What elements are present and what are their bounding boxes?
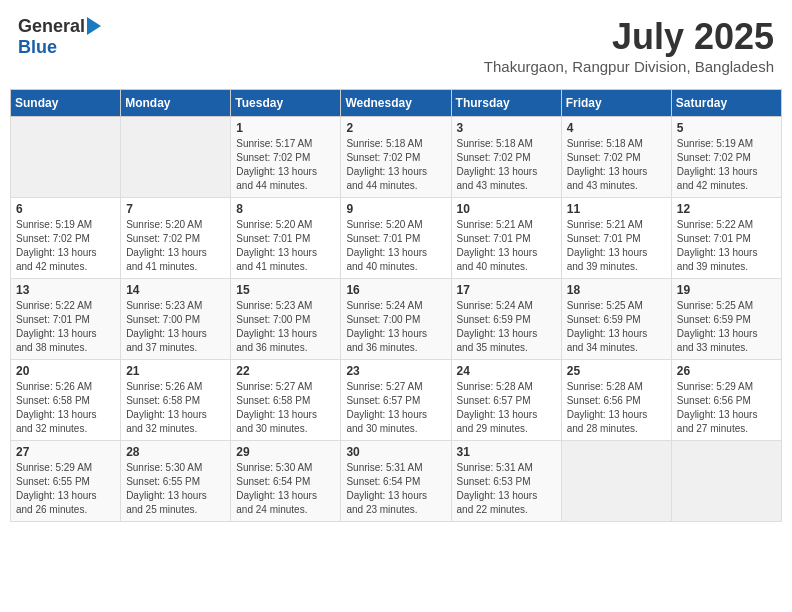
calendar-cell: 29Sunrise: 5:30 AMSunset: 6:54 PMDayligh… (231, 441, 341, 522)
day-detail: Sunrise: 5:25 AMSunset: 6:59 PMDaylight:… (567, 299, 666, 355)
day-number: 22 (236, 364, 335, 378)
calendar-cell: 26Sunrise: 5:29 AMSunset: 6:56 PMDayligh… (671, 360, 781, 441)
day-detail: Sunrise: 5:21 AMSunset: 7:01 PMDaylight:… (567, 218, 666, 274)
calendar-cell: 30Sunrise: 5:31 AMSunset: 6:54 PMDayligh… (341, 441, 451, 522)
calendar-table: SundayMondayTuesdayWednesdayThursdayFrid… (10, 89, 782, 522)
calendar-cell (11, 117, 121, 198)
day-detail: Sunrise: 5:30 AMSunset: 6:55 PMDaylight:… (126, 461, 225, 517)
weekday-header-wednesday: Wednesday (341, 90, 451, 117)
day-number: 30 (346, 445, 445, 459)
month-title: July 2025 (484, 16, 774, 58)
day-number: 21 (126, 364, 225, 378)
day-detail: Sunrise: 5:21 AMSunset: 7:01 PMDaylight:… (457, 218, 556, 274)
calendar-cell: 23Sunrise: 5:27 AMSunset: 6:57 PMDayligh… (341, 360, 451, 441)
day-detail: Sunrise: 5:26 AMSunset: 6:58 PMDaylight:… (126, 380, 225, 436)
calendar-week-3: 13Sunrise: 5:22 AMSunset: 7:01 PMDayligh… (11, 279, 782, 360)
calendar-cell: 31Sunrise: 5:31 AMSunset: 6:53 PMDayligh… (451, 441, 561, 522)
day-number: 12 (677, 202, 776, 216)
day-number: 31 (457, 445, 556, 459)
weekday-header-friday: Friday (561, 90, 671, 117)
day-number: 15 (236, 283, 335, 297)
calendar-cell: 21Sunrise: 5:26 AMSunset: 6:58 PMDayligh… (121, 360, 231, 441)
calendar-cell (671, 441, 781, 522)
day-number: 28 (126, 445, 225, 459)
day-detail: Sunrise: 5:24 AMSunset: 6:59 PMDaylight:… (457, 299, 556, 355)
calendar-cell: 13Sunrise: 5:22 AMSunset: 7:01 PMDayligh… (11, 279, 121, 360)
day-number: 11 (567, 202, 666, 216)
day-detail: Sunrise: 5:24 AMSunset: 7:00 PMDaylight:… (346, 299, 445, 355)
calendar-cell: 15Sunrise: 5:23 AMSunset: 7:00 PMDayligh… (231, 279, 341, 360)
calendar-cell: 4Sunrise: 5:18 AMSunset: 7:02 PMDaylight… (561, 117, 671, 198)
calendar-cell: 8Sunrise: 5:20 AMSunset: 7:01 PMDaylight… (231, 198, 341, 279)
weekday-header-thursday: Thursday (451, 90, 561, 117)
logo: General Blue (18, 16, 101, 58)
weekday-header-sunday: Sunday (11, 90, 121, 117)
day-number: 3 (457, 121, 556, 135)
day-number: 23 (346, 364, 445, 378)
day-detail: Sunrise: 5:20 AMSunset: 7:01 PMDaylight:… (236, 218, 335, 274)
calendar-cell: 22Sunrise: 5:27 AMSunset: 6:58 PMDayligh… (231, 360, 341, 441)
page-header: General Blue July 2025 Thakurgaon, Rangp… (10, 10, 782, 81)
day-number: 2 (346, 121, 445, 135)
day-number: 29 (236, 445, 335, 459)
calendar-cell: 5Sunrise: 5:19 AMSunset: 7:02 PMDaylight… (671, 117, 781, 198)
day-detail: Sunrise: 5:26 AMSunset: 6:58 PMDaylight:… (16, 380, 115, 436)
day-number: 7 (126, 202, 225, 216)
calendar-cell (561, 441, 671, 522)
logo-blue: Blue (18, 37, 57, 58)
day-detail: Sunrise: 5:18 AMSunset: 7:02 PMDaylight:… (567, 137, 666, 193)
calendar-cell: 12Sunrise: 5:22 AMSunset: 7:01 PMDayligh… (671, 198, 781, 279)
logo-general: General (18, 16, 85, 37)
calendar-cell: 14Sunrise: 5:23 AMSunset: 7:00 PMDayligh… (121, 279, 231, 360)
day-detail: Sunrise: 5:20 AMSunset: 7:01 PMDaylight:… (346, 218, 445, 274)
calendar-cell: 25Sunrise: 5:28 AMSunset: 6:56 PMDayligh… (561, 360, 671, 441)
day-detail: Sunrise: 5:30 AMSunset: 6:54 PMDaylight:… (236, 461, 335, 517)
day-detail: Sunrise: 5:23 AMSunset: 7:00 PMDaylight:… (126, 299, 225, 355)
calendar-week-1: 1Sunrise: 5:17 AMSunset: 7:02 PMDaylight… (11, 117, 782, 198)
calendar-cell: 10Sunrise: 5:21 AMSunset: 7:01 PMDayligh… (451, 198, 561, 279)
day-number: 9 (346, 202, 445, 216)
weekday-header-tuesday: Tuesday (231, 90, 341, 117)
calendar-cell: 17Sunrise: 5:24 AMSunset: 6:59 PMDayligh… (451, 279, 561, 360)
day-number: 16 (346, 283, 445, 297)
calendar-week-5: 27Sunrise: 5:29 AMSunset: 6:55 PMDayligh… (11, 441, 782, 522)
day-number: 26 (677, 364, 776, 378)
day-detail: Sunrise: 5:19 AMSunset: 7:02 PMDaylight:… (677, 137, 776, 193)
day-detail: Sunrise: 5:29 AMSunset: 6:56 PMDaylight:… (677, 380, 776, 436)
day-detail: Sunrise: 5:28 AMSunset: 6:56 PMDaylight:… (567, 380, 666, 436)
day-number: 17 (457, 283, 556, 297)
day-number: 18 (567, 283, 666, 297)
day-number: 10 (457, 202, 556, 216)
day-number: 14 (126, 283, 225, 297)
day-detail: Sunrise: 5:20 AMSunset: 7:02 PMDaylight:… (126, 218, 225, 274)
day-detail: Sunrise: 5:27 AMSunset: 6:57 PMDaylight:… (346, 380, 445, 436)
day-number: 4 (567, 121, 666, 135)
calendar-cell (121, 117, 231, 198)
location-title: Thakurgaon, Rangpur Division, Bangladesh (484, 58, 774, 75)
day-number: 19 (677, 283, 776, 297)
day-number: 1 (236, 121, 335, 135)
weekday-header-monday: Monday (121, 90, 231, 117)
day-number: 25 (567, 364, 666, 378)
weekday-header-saturday: Saturday (671, 90, 781, 117)
calendar-week-2: 6Sunrise: 5:19 AMSunset: 7:02 PMDaylight… (11, 198, 782, 279)
day-detail: Sunrise: 5:31 AMSunset: 6:54 PMDaylight:… (346, 461, 445, 517)
calendar-cell: 7Sunrise: 5:20 AMSunset: 7:02 PMDaylight… (121, 198, 231, 279)
calendar-cell: 28Sunrise: 5:30 AMSunset: 6:55 PMDayligh… (121, 441, 231, 522)
day-number: 6 (16, 202, 115, 216)
calendar-cell: 16Sunrise: 5:24 AMSunset: 7:00 PMDayligh… (341, 279, 451, 360)
day-detail: Sunrise: 5:28 AMSunset: 6:57 PMDaylight:… (457, 380, 556, 436)
calendar-cell: 1Sunrise: 5:17 AMSunset: 7:02 PMDaylight… (231, 117, 341, 198)
calendar-cell: 3Sunrise: 5:18 AMSunset: 7:02 PMDaylight… (451, 117, 561, 198)
day-number: 5 (677, 121, 776, 135)
day-detail: Sunrise: 5:29 AMSunset: 6:55 PMDaylight:… (16, 461, 115, 517)
calendar-cell: 9Sunrise: 5:20 AMSunset: 7:01 PMDaylight… (341, 198, 451, 279)
day-detail: Sunrise: 5:18 AMSunset: 7:02 PMDaylight:… (346, 137, 445, 193)
day-number: 27 (16, 445, 115, 459)
day-detail: Sunrise: 5:25 AMSunset: 6:59 PMDaylight:… (677, 299, 776, 355)
day-number: 20 (16, 364, 115, 378)
calendar-cell: 20Sunrise: 5:26 AMSunset: 6:58 PMDayligh… (11, 360, 121, 441)
day-detail: Sunrise: 5:31 AMSunset: 6:53 PMDaylight:… (457, 461, 556, 517)
calendar-cell: 24Sunrise: 5:28 AMSunset: 6:57 PMDayligh… (451, 360, 561, 441)
day-detail: Sunrise: 5:18 AMSunset: 7:02 PMDaylight:… (457, 137, 556, 193)
